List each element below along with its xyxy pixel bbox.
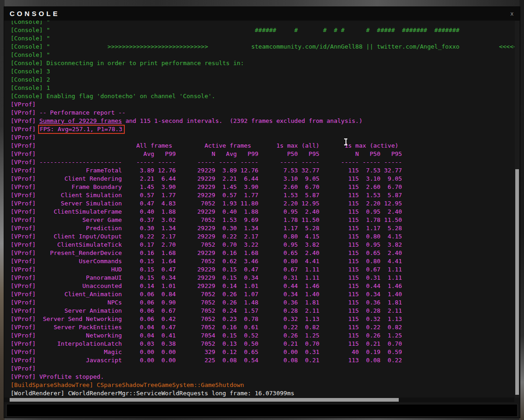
- log-line: [VProf] Client Simulation 0.57 1.77 2922…: [4, 191, 514, 199]
- log-tag: [VProf]: [11, 208, 39, 215]
- log-underlined-text: Summary of 29229 frames: [39, 117, 122, 124]
- console-log-lines: [Console] "[Console] " ###### # # # # # …: [4, 21, 514, 398]
- log-message: Server Simulation 0.47 4.83 7052 1.93 11…: [39, 200, 402, 207]
- horizontal-scrollbar[interactable]: [4, 398, 514, 402]
- log-line: [VProf] Javascript 0.00 0.00 225 0.08 0.…: [4, 356, 514, 365]
- log-message: Client Simulation 0.57 1.77 29229 0.57 1…: [39, 192, 402, 199]
- log-line: [VProf] Server Send Networking 0.06 0.42…: [4, 315, 514, 323]
- log-line: [VProf] Client Input/Output 0.22 2.17 29…: [4, 232, 514, 241]
- log-message: Server Animation 0.06 0.67 7052 0.24 1.5…: [39, 307, 402, 314]
- log-line: [VProf] PanoramaUI 0.15 0.34 29229 0.15 …: [4, 274, 514, 282]
- log-tag: [VProf]: [11, 249, 39, 256]
- console-window: CONSOLE x [Console] "[Console] " ###### …: [4, 6, 520, 418]
- console-log[interactable]: [Console] "[Console] " ###### # # # # # …: [4, 21, 514, 398]
- log-tag: [VProf]: [11, 134, 39, 141]
- log-line: [Console] Disconnecting in order to prin…: [4, 59, 514, 67]
- log-line: [VProf] FPS: Avg=257.1, P1=78.3: [4, 125, 514, 133]
- log-message: Disconnecting in order to print performa…: [46, 60, 244, 66]
- log-message: CSparseShadowTreeGameSystem::GameShutdow…: [97, 381, 244, 388]
- log-message: PanoramaUI 0.15 0.34 29229 0.15 0.34 0.3…: [39, 274, 402, 281]
- log-message: Client Input/Output 0.22 2.17 29229 0.22…: [39, 233, 402, 240]
- log-message: 1: [46, 84, 50, 91]
- log-message: ClientSimulateFrame 0.40 1.88 29229 0.40…: [39, 208, 402, 215]
- log-tag: [VProf]: [11, 274, 39, 281]
- log-message: Networking 0.04 0.41 7054 0.15 0.52 0.26…: [39, 332, 402, 339]
- log-tag: [VProf]: [11, 357, 39, 364]
- log-line: [Console] 1: [4, 84, 514, 92]
- log-line: [VProf] Avg P99 N Avg P99 P50 P95 N P50 …: [4, 150, 514, 158]
- log-tag: [VProf]: [11, 332, 39, 339]
- log-tag: [VProf]: [11, 348, 39, 355]
- log-message: Enabling flag 'donotecho' on channel 'Co…: [46, 93, 215, 99]
- log-tag: [VProf]: [11, 324, 39, 331]
- log-tag: [Console]: [11, 68, 46, 75]
- log-line: [VProf] Server Game 0.37 3.02 7052 1.53 …: [4, 216, 514, 224]
- log-tag: [VProf]: [11, 282, 39, 289]
- log-message: Client Rendering 2.21 6.44 29229 2.21 6.…: [39, 175, 402, 182]
- log-line: [VProf] InterpolationLatch 0.03 0.38 705…: [4, 340, 514, 348]
- log-message: NPCs 0.06 0.90 7052 0.26 1.48 0.36 1.81 …: [39, 299, 402, 306]
- log-message: ClientSimulateTick 0.17 2.70 7052 0.70 3…: [39, 241, 402, 248]
- log-line: [Console] 2: [4, 76, 514, 84]
- log-line: [VProf] Magic 0.00 0.00 329 0.12 0.65 0.…: [4, 348, 514, 356]
- log-tag: [VProf]: [11, 167, 39, 174]
- log-line: [VProf] Server Simulation 0.47 4.83 7052…: [4, 199, 514, 208]
- vertical-scrollbar[interactable]: [515, 21, 519, 398]
- log-line: [VProf]: [4, 365, 514, 373]
- log-line: [VProf] NPCs 0.06 0.90 7052 0.26 1.48 0.…: [4, 298, 514, 307]
- log-message: Server Game 0.37 3.02 7052 1.53 9.69 1.7…: [39, 216, 402, 223]
- log-message: CWorldRendererMgr::ServiceWorldRequests …: [68, 390, 294, 397]
- log-line: [VProf] ClientSimulateFrame 0.40 1.88 29…: [4, 208, 514, 216]
- log-message: Frame Boundary 1.45 3.90 29229 1.45 3.90…: [39, 183, 402, 190]
- log-line: [Console] 3: [4, 67, 514, 76]
- log-line: [Console] " ###### # # # # # ##### #####…: [4, 26, 514, 34]
- log-tag: [VProf]: [11, 365, 39, 372]
- log-message: Client_Animation 0.06 0.84 7052 0.26 1.0…: [39, 291, 402, 298]
- log-tag: [Console]: [11, 76, 46, 83]
- log-tag: [VProf]: [11, 291, 39, 298]
- log-message: ": [46, 51, 50, 58]
- log-message: ": [46, 35, 50, 42]
- log-tag: [VProf]: [11, 150, 39, 157]
- log-line: [VProf]: [4, 100, 514, 109]
- log-line: [VProf] All frames Active frames 1s max …: [4, 142, 514, 150]
- log-tag: [VProf]: [11, 299, 39, 306]
- log-message: ": [46, 21, 50, 25]
- log-tag: [VProf]: [11, 241, 39, 248]
- log-tag: [Console]: [11, 51, 46, 58]
- log-tag: [VProf]: [11, 183, 39, 190]
- log-line: [VProf] ClientSimulateTick 0.17 2.70 705…: [4, 241, 514, 249]
- log-line: [VProf] HUD 0.15 0.47 29229 0.15 0.47 0.…: [4, 265, 514, 274]
- log-message: FrameTotal 3.89 12.76 29229 3.89 12.76 7…: [39, 167, 402, 174]
- log-tag: [Console]: [11, 27, 46, 33]
- log-message: InterpolationLatch 0.03 0.38 7052 0.13 0…: [39, 340, 402, 347]
- log-message: Present_RenderDevice 0.16 1.68 29229 0.1…: [39, 249, 402, 256]
- log-tag: [VProf]: [11, 192, 39, 199]
- log-line: [VProf] Frame Boundary 1.45 3.90 29229 1…: [4, 183, 514, 191]
- log-message: and 115 1-second intervals. (2392 frames…: [122, 117, 362, 124]
- log-line: [VProf] Server PackEntities 0.04 0.47 70…: [4, 323, 514, 332]
- log-line: [Console] ": [4, 34, 514, 43]
- vertical-scrollbar-thumb[interactable]: [515, 169, 519, 395]
- log-message: All frames Active frames 1s max (all) 1s…: [39, 142, 402, 149]
- log-line: [VProf] Networking 0.04 0.41 7054 0.15 0…: [4, 332, 514, 340]
- log-tag: [VProf]: [11, 175, 39, 182]
- log-tag: [BuildSparseShadowTree]: [11, 381, 97, 388]
- log-tag: [VProf]: [11, 315, 39, 322]
- close-icon[interactable]: x: [511, 10, 514, 17]
- horizontal-scrollbar-thumb[interactable]: [10, 398, 399, 402]
- log-tag: [VProf]: [11, 373, 39, 380]
- console-titlebar[interactable]: CONSOLE x: [4, 7, 520, 21]
- console-input[interactable]: [7, 404, 517, 416]
- log-line: [VProf] Summary of 29229 frames and 115 …: [4, 117, 514, 125]
- log-tag: [Console]: [11, 43, 46, 50]
- log-message: " >>>>>>>>>>>>>>>>>>>>>>>>>>>> steamcomm…: [46, 43, 514, 50]
- log-line: [BuildSparseShadowTree] CSparseShadowTre…: [4, 381, 514, 389]
- log-tag: [VProf]: [11, 216, 39, 223]
- log-message: 3: [46, 68, 50, 75]
- log-line: [Console] ": [4, 21, 514, 26]
- log-tag: [Console]: [11, 84, 46, 91]
- log-message: Server Send Networking 0.06 0.42 7052 0.…: [39, 315, 402, 322]
- log-line: [VProf] ----------------------- ----- --…: [4, 158, 514, 166]
- log-message: Avg P99 N Avg P99 P50 P95 N P50 P95: [39, 150, 402, 157]
